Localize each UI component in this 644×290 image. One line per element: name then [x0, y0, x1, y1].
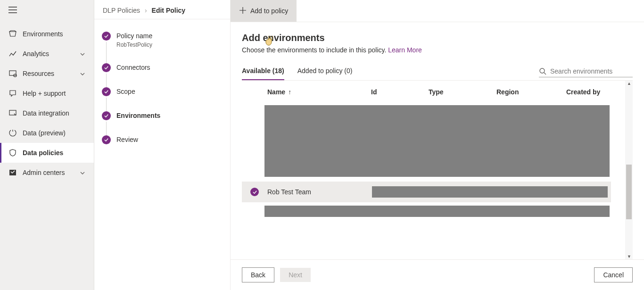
redacted-rows [264, 206, 610, 217]
tab-available[interactable]: Available (18) [242, 64, 284, 80]
back-button[interactable]: Back [242, 267, 274, 282]
content-area: Add environments Choose the environments… [231, 22, 644, 259]
main-content: Add to policy Add environments Choose th… [230, 0, 644, 290]
step-title: Scope [116, 87, 135, 96]
search-icon [539, 67, 546, 75]
chevron-down-icon [80, 51, 85, 57]
column-region[interactable]: Region [496, 88, 566, 96]
step-title: Review [116, 135, 138, 144]
step-environments[interactable]: Environments [102, 111, 223, 135]
next-button[interactable]: Next [280, 268, 311, 282]
sort-asc-icon: ↑ [288, 88, 291, 96]
step-title: Environments [116, 111, 160, 120]
sidebar: Environments Analytics Resources Help + … [0, 0, 94, 290]
nav-help[interactable]: Help + support [0, 83, 94, 103]
step-subtitle: RobTestPolicy [116, 41, 152, 48]
step-title: Policy name [116, 32, 152, 41]
step-scope[interactable]: Scope [102, 87, 223, 111]
scroll-up-icon: ▲ [627, 81, 631, 86]
steps-panel: DLP Policies › Edit Policy Policy name R… [94, 0, 230, 290]
column-created-by[interactable]: Created by [566, 88, 618, 96]
nav-label: Admin centers [23, 169, 80, 176]
breadcrumb-root[interactable]: DLP Policies [103, 7, 140, 14]
nav-label: Data (preview) [23, 129, 85, 137]
chevron-down-icon [80, 71, 85, 76]
chevron-down-icon [80, 170, 85, 175]
nav-data-policies[interactable]: Data policies [0, 143, 94, 163]
table-header: Name ↑ Id Type Region Created by [242, 81, 633, 102]
search-environments[interactable] [539, 67, 633, 77]
tabs-row: Available (18) Added to policy (0) [242, 64, 633, 81]
breadcrumb-separator: › [145, 7, 147, 14]
nav-label: Analytics [23, 50, 80, 58]
table-row-selected[interactable]: Rob Test Team [242, 182, 611, 202]
nav-label: Help + support [23, 90, 85, 97]
environments-table: Name ↑ Id Type Region Created by Rob Tes… [242, 81, 633, 259]
vertical-scrollbar[interactable]: ▲ ▼ [625, 81, 633, 259]
step-review[interactable]: Review [102, 135, 223, 144]
cancel-button[interactable]: Cancel [594, 267, 633, 282]
nav-environments[interactable]: Environments [0, 24, 94, 44]
nav-label: Data integration [23, 109, 85, 117]
redacted-cells [372, 186, 608, 198]
step-complete-icon [102, 87, 111, 96]
page-title: Add environments [242, 33, 633, 43]
redacted-rows [264, 105, 610, 177]
nav-label: Data policies [23, 149, 85, 157]
step-complete-icon [102, 63, 111, 72]
column-name[interactable]: Name ↑ [267, 88, 371, 96]
nav-label: Resources [23, 70, 80, 77]
toolbar: Add to policy [231, 0, 644, 22]
step-complete-icon [102, 32, 111, 41]
nav-admin-centers[interactable]: Admin centers [0, 163, 94, 182]
admin-centers-icon [8, 168, 17, 177]
shield-icon [8, 149, 17, 157]
add-to-policy-button[interactable]: Add to policy [231, 0, 297, 22]
page-description: Choose the environments to include in th… [242, 46, 633, 54]
search-input[interactable] [550, 67, 633, 75]
column-type[interactable]: Type [429, 88, 496, 96]
scrollbar-thumb[interactable] [626, 165, 632, 219]
svg-rect-0 [9, 71, 16, 75]
footer: Back Next Cancel [231, 259, 644, 290]
analytics-icon [8, 50, 17, 58]
hamburger-icon [8, 7, 17, 13]
data-integration-icon [8, 109, 17, 117]
nav-data-preview[interactable]: Data (preview) [0, 123, 94, 143]
nav-data-integration[interactable]: Data integration [0, 103, 94, 123]
nav-resources[interactable]: Resources [0, 64, 94, 83]
data-preview-icon [8, 129, 17, 137]
resources-icon [8, 69, 17, 78]
nav-analytics[interactable]: Analytics [0, 44, 94, 64]
row-selected-icon [250, 188, 259, 196]
step-policy-name[interactable]: Policy name RobTestPolicy [102, 32, 223, 63]
breadcrumb-current: Edit Policy [152, 7, 186, 14]
steps-list: Policy name RobTestPolicy Connectors Sco… [94, 19, 230, 157]
step-complete-icon [102, 111, 111, 120]
scroll-down-icon: ▼ [627, 254, 631, 259]
breadcrumb: DLP Policies › Edit Policy [94, 0, 230, 19]
help-icon [8, 89, 17, 98]
step-connectors[interactable]: Connectors [102, 63, 223, 87]
hamburger-menu[interactable] [0, 0, 94, 21]
column-id[interactable]: Id [371, 88, 429, 96]
nav-list: Environments Analytics Resources Help + … [0, 21, 94, 182]
environments-icon [8, 30, 17, 38]
nav-label: Environments [23, 30, 85, 38]
add-to-policy-label: Add to policy [250, 7, 288, 15]
tabs: Available (18) Added to policy (0) [242, 64, 539, 80]
row-name: Rob Test Team [267, 188, 373, 196]
step-complete-icon [102, 135, 111, 144]
learn-more-link[interactable]: Learn More [388, 46, 422, 54]
step-title: Connectors [116, 63, 150, 72]
tab-added-to-policy[interactable]: Added to policy (0) [297, 64, 353, 80]
plus-icon [239, 7, 247, 16]
svg-point-4 [540, 68, 545, 73]
